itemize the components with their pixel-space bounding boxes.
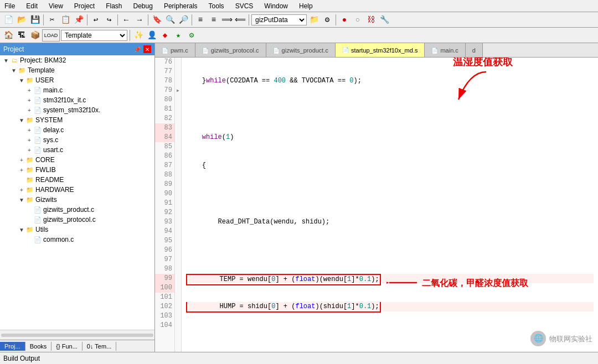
tree-item-delay[interactable]: + 📄 delay.c bbox=[0, 125, 154, 135]
tree-item-fwlib[interactable]: + 📁 FWLIB bbox=[0, 165, 154, 175]
new-file-button[interactable]: 📄 bbox=[2, 14, 14, 26]
target-btn1[interactable]: 📁 bbox=[308, 14, 320, 26]
tree-item-gizwits-product[interactable]: + 📄 gizwits_product.c bbox=[0, 205, 154, 215]
close-icon[interactable]: ✕ bbox=[143, 45, 151, 53]
toggle-main-c[interactable]: + bbox=[25, 86, 33, 94]
tree-item-template[interactable]: ▼ 📁 Template bbox=[0, 65, 154, 75]
tb2-btn1[interactable]: 🏠 bbox=[2, 29, 14, 41]
menu-debug[interactable]: Debug bbox=[131, 1, 155, 11]
template-select[interactable]: Template bbox=[61, 30, 127, 41]
toggle-system[interactable]: ▼ bbox=[18, 116, 25, 124]
tree-item-gizwits-protocol[interactable]: + 📄 gizwits_protocol.c bbox=[0, 215, 154, 225]
tab-startup[interactable]: 📄 startup_stm32f10x_md.s bbox=[336, 43, 425, 58]
toggle-user[interactable]: ▼ bbox=[18, 76, 25, 84]
menu-file[interactable]: File bbox=[2, 1, 17, 11]
toolbar-1: 📄 📂 💾 ✂ 📋 📌 ↩ ↪ ← → 🔖 🔍 🔎 ≡ ≡ ⟹ ⟸ gizPut… bbox=[0, 12, 598, 28]
tree-item-system-stm32[interactable]: + 📄 system_stm32f10x. bbox=[0, 105, 154, 115]
code-content[interactable]: }while(CO2DATA == 400 && TVOCDATA == 0);… bbox=[182, 58, 598, 352]
tree-item-main-c[interactable]: + 📄 main.c bbox=[0, 85, 154, 95]
toggle-gizwits[interactable]: ▼ bbox=[18, 196, 25, 204]
tree-label-delay: delay.c bbox=[43, 126, 64, 134]
tb2-btn2[interactable]: 🏗 bbox=[16, 29, 28, 41]
menu-window[interactable]: Window bbox=[262, 1, 290, 11]
tab-main[interactable]: 📄 main.c bbox=[425, 43, 465, 58]
nav-fwd-button[interactable]: → bbox=[133, 14, 146, 26]
tree-item-hardware[interactable]: + 📁 HARDWARE bbox=[0, 185, 154, 195]
ln-91: 91 bbox=[155, 199, 174, 208]
panel-tab-fun[interactable]: {} Fun... bbox=[51, 342, 83, 351]
tab-pwm[interactable]: 📄 pwm.c bbox=[155, 43, 195, 58]
toggle-hardware[interactable]: + bbox=[18, 186, 25, 194]
annotation-temp-humidity-text: 温湿度值获取 bbox=[453, 58, 513, 67]
align-left-button[interactable]: ≡ bbox=[194, 14, 207, 26]
diamond-btn[interactable]: ◆ bbox=[159, 29, 171, 41]
tree-item-user[interactable]: ▼ 📁 USER bbox=[0, 75, 154, 85]
tree-item-core[interactable]: + 📁 CORE bbox=[0, 155, 154, 165]
toggle-core[interactable]: + bbox=[18, 156, 25, 164]
tree-item-system[interactable]: ▼ 📁 SYSTEM bbox=[0, 115, 154, 125]
panel-tab-books[interactable]: Books bbox=[25, 342, 52, 351]
tree-scrollbar[interactable] bbox=[0, 330, 154, 340]
toggle-fwlib[interactable]: + bbox=[18, 166, 25, 174]
toggle-delay[interactable]: + bbox=[25, 126, 33, 134]
load-btn[interactable]: LOAD bbox=[42, 29, 60, 41]
nav-back-button[interactable]: ← bbox=[120, 14, 132, 26]
tab-d[interactable]: d bbox=[466, 43, 483, 58]
tree-item-utils[interactable]: ▼ 📁 Utils bbox=[0, 225, 154, 235]
indent-button[interactable]: ⟹ bbox=[221, 14, 233, 26]
tree-item-common[interactable]: + 📄 common.c bbox=[0, 235, 154, 245]
menu-project[interactable]: Project bbox=[72, 1, 97, 11]
tab-gizwits-protocol[interactable]: 📄 gizwits_protocol.c bbox=[195, 43, 266, 58]
paste-button[interactable]: 📌 bbox=[73, 14, 85, 26]
tree-item-stm32-it[interactable]: + 📄 stm32f10x_it.c bbox=[0, 95, 154, 105]
menu-flash[interactable]: Flash bbox=[104, 1, 124, 11]
toggle-project[interactable]: ▼ bbox=[2, 56, 10, 64]
panel-tab-proj[interactable]: Proj... bbox=[0, 342, 25, 351]
indent2-button[interactable]: ⟸ bbox=[234, 14, 246, 26]
redo-button[interactable]: ↪ bbox=[103, 14, 115, 26]
menu-svcs[interactable]: SVCS bbox=[233, 1, 256, 11]
tree-item-usart[interactable]: + 📄 usart.c bbox=[0, 145, 154, 155]
save-button[interactable]: 💾 bbox=[29, 14, 41, 26]
tree-item-readme[interactable]: + 📁 README bbox=[0, 175, 154, 185]
tab-gizwits-product[interactable]: 📄 gizwits_product.c bbox=[266, 43, 336, 58]
menu-view[interactable]: View bbox=[47, 1, 65, 11]
menu-peripherals[interactable]: Peripherals bbox=[162, 1, 200, 11]
tb2-btn3[interactable]: 📦 bbox=[29, 29, 41, 41]
tree-item-project[interactable]: ▼ 🗂 Project: BKM32 bbox=[0, 55, 154, 65]
build-btn[interactable]: ● bbox=[338, 14, 350, 26]
menu-help[interactable]: Help bbox=[297, 1, 315, 11]
pin-icon[interactable]: 📌 bbox=[133, 45, 141, 53]
link-btn[interactable]: ⛓ bbox=[365, 14, 377, 26]
debug-btn[interactable]: 🔧 bbox=[378, 14, 390, 26]
toggle-system-stm32[interactable]: + bbox=[25, 106, 33, 114]
copy-button[interactable]: 📋 bbox=[59, 14, 71, 26]
bookmark-button[interactable]: 🔖 bbox=[151, 14, 163, 26]
toggle-template[interactable]: ▼ bbox=[10, 66, 18, 74]
target-select[interactable]: gizPutData bbox=[251, 14, 307, 25]
target-btn2[interactable]: ⚙ bbox=[321, 14, 333, 26]
cut-button[interactable]: ✂ bbox=[46, 14, 58, 26]
search-button[interactable]: 🔍 bbox=[164, 14, 176, 26]
star-btn[interactable]: ★ bbox=[172, 29, 184, 41]
gear-btn[interactable]: ⚙ bbox=[185, 29, 198, 41]
project-folder-icon: 🗂 bbox=[10, 56, 19, 65]
panel-tab-tem[interactable]: 0↓ Tem... bbox=[83, 342, 116, 351]
open-button[interactable]: 📂 bbox=[16, 14, 28, 26]
tree-label-gizwits: Gizwits bbox=[35, 196, 57, 204]
tree-item-gizwits[interactable]: ▼ 📁 Gizwits bbox=[0, 195, 154, 205]
menu-tools[interactable]: Tools bbox=[207, 1, 226, 11]
tree-item-sys[interactable]: + 📄 sys.c bbox=[0, 135, 154, 145]
search2-button[interactable]: 🔎 bbox=[177, 14, 189, 26]
toggle-utils[interactable]: ▼ bbox=[18, 226, 25, 233]
stop-btn[interactable]: ○ bbox=[352, 14, 364, 26]
toggle-stm32-it[interactable]: + bbox=[25, 96, 33, 104]
align-right-button[interactable]: ≡ bbox=[208, 14, 220, 26]
magic-btn[interactable]: ✨ bbox=[132, 29, 145, 41]
undo-button[interactable]: ↩ bbox=[90, 14, 102, 26]
toggle-sys[interactable]: + bbox=[25, 136, 33, 144]
person-btn[interactable]: 👤 bbox=[146, 29, 158, 41]
toggle-usart[interactable]: + bbox=[25, 146, 33, 154]
sys-icon: 📄 bbox=[33, 136, 42, 144]
menu-edit[interactable]: Edit bbox=[24, 1, 40, 11]
